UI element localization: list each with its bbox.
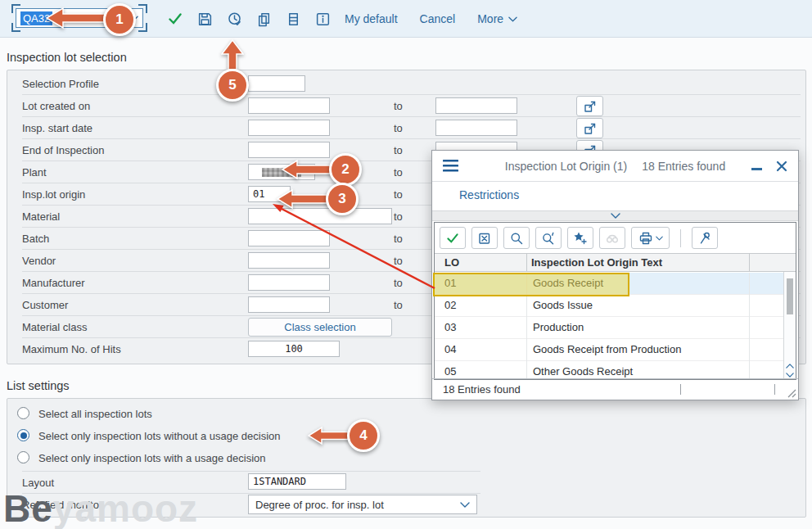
dialog-title: Inspection Lot Origin (1) xyxy=(505,160,627,173)
lot-created-on-input[interactable] xyxy=(248,97,330,114)
chevron-down-icon xyxy=(611,213,620,219)
field-label: Material xyxy=(22,210,60,223)
cancel-button[interactable]: Cancel xyxy=(420,12,456,25)
dialog-title-bar[interactable]: Inspection Lot Origin (1) 18 Entries fou… xyxy=(432,151,798,182)
collapse-bar[interactable] xyxy=(432,210,798,221)
find-icon-button[interactable] xyxy=(503,227,530,249)
step3-arrow-left xyxy=(277,188,329,210)
lot-created-on-to-input[interactable] xyxy=(435,97,517,114)
multiselect-icon xyxy=(583,99,598,114)
radio-row-with-usage-decision: Select only inspection lots with a usage… xyxy=(7,449,805,470)
value-help-table-container: LO Inspection Lot Origin Text 01 Goods R… xyxy=(434,222,796,380)
watermark-bold-part: Be xyxy=(3,487,53,529)
field-label: Customer xyxy=(22,299,68,311)
dialog-status-bar: 18 Entries found xyxy=(432,378,798,400)
field-label: Insp.lot origin xyxy=(22,188,85,201)
step1-arrow-left xyxy=(46,7,108,29)
insp-start-date-input[interactable] xyxy=(248,120,330,136)
step4-badge: 4 xyxy=(347,419,380,452)
field-label: Lot created on xyxy=(22,100,90,112)
step5-arrow-up xyxy=(221,39,244,70)
field-label: Selection Profile xyxy=(22,78,99,90)
multiple-selection-button[interactable] xyxy=(576,96,603,116)
radio-row-select-all: Select all inspection lots xyxy=(7,405,805,426)
end-of-inspection-input[interactable] xyxy=(248,142,330,158)
column-header-lo[interactable]: LO xyxy=(444,256,459,269)
find-next-icon-button[interactable] xyxy=(535,227,562,249)
step4-arrow-left xyxy=(308,425,352,446)
vertical-scrollbar[interactable] xyxy=(783,272,796,379)
more-menu-button[interactable]: More xyxy=(477,12,517,25)
to-label: to xyxy=(394,299,403,311)
column-separator xyxy=(749,273,750,379)
step3-badge: 3 xyxy=(326,183,359,215)
class-selection-button[interactable]: Class selection xyxy=(248,318,392,337)
field-label: Manufacturer xyxy=(22,277,85,289)
entries-found-status: 18 Entries found xyxy=(443,383,521,396)
toolbar-divider xyxy=(680,229,681,247)
customer-input[interactable] xyxy=(248,296,330,313)
field-label: Batch xyxy=(22,233,49,245)
hold-pin-button[interactable] xyxy=(692,227,718,249)
radio-label: Select only inspection lots without a us… xyxy=(38,430,281,442)
scrollbar-thumb[interactable] xyxy=(787,278,793,314)
table-row[interactable]: 04 Goods Receipt from Production xyxy=(435,339,783,361)
column-separator xyxy=(526,254,527,271)
field-label: Vendor xyxy=(22,255,56,267)
insp-start-date-to-input[interactable] xyxy=(435,120,517,136)
row-selection-profile: Selection Profile xyxy=(7,73,805,95)
ref-field-monitor-dropdown[interactable]: Degree of proc. for insp. lot xyxy=(248,495,477,514)
accept-check-button[interactable] xyxy=(440,227,466,249)
beyamooz-watermark: Beyamooz xyxy=(3,486,198,529)
radio-button-unselected[interactable] xyxy=(17,451,29,463)
red-arrow-annotation xyxy=(268,198,442,295)
scroll-up-icon[interactable] xyxy=(786,364,794,368)
step2-badge: 2 xyxy=(329,153,362,186)
minimize-icon[interactable] xyxy=(751,168,762,170)
add-favorite-icon-button[interactable] xyxy=(567,227,593,249)
dialog-entries-count: 18 Entries found xyxy=(642,160,725,173)
my-default-button[interactable]: My default xyxy=(345,12,398,25)
services-list-icon[interactable] xyxy=(278,11,308,27)
resize-grip-icon[interactable] xyxy=(786,387,796,398)
highlight-box-annotation xyxy=(433,273,629,296)
to-label: to xyxy=(394,122,403,134)
table-row[interactable]: 02 Goods Issue xyxy=(435,295,783,317)
table-row[interactable]: 05 Other Goods Receipt xyxy=(435,361,783,379)
inspection-lot-origin-dialog: Inspection Lot Origin (1) 18 Entries fou… xyxy=(431,150,799,400)
multiple-selection-button[interactable] xyxy=(576,118,603,138)
to-label: to xyxy=(394,144,403,156)
copy-icon[interactable] xyxy=(249,11,278,27)
radio-button-selected[interactable] xyxy=(17,429,29,441)
hamburger-menu-icon[interactable] xyxy=(443,160,458,172)
step1-badge: 1 xyxy=(103,3,136,36)
cell-origin-text: Production xyxy=(533,321,584,333)
selection-profile-input[interactable] xyxy=(248,75,305,92)
save-icon[interactable] xyxy=(190,11,219,27)
history-clock-icon[interactable] xyxy=(219,11,249,27)
close-icon[interactable] xyxy=(776,161,787,172)
layout-input[interactable]: 1STANDARD xyxy=(248,473,346,490)
table-row[interactable]: 03 Production xyxy=(435,317,783,339)
restrictions-label[interactable]: Restrictions xyxy=(459,188,519,201)
section-title-inspection-lot-selection: Inspection lot selection xyxy=(7,51,127,64)
multiselect-icon xyxy=(583,121,598,136)
cell-lo: 02 xyxy=(444,299,456,311)
scroll-down-icon[interactable] xyxy=(786,373,794,378)
cell-origin-text: Goods Issue xyxy=(533,299,593,311)
field-label: Material class xyxy=(22,321,87,333)
column-header-origin-text[interactable]: Inspection Lot Origin Text xyxy=(531,256,662,269)
section-title-list-settings: List settings xyxy=(7,379,70,392)
radio-row-without-usage-decision: Select only inspection lots without a us… xyxy=(7,427,805,448)
enter-check-icon[interactable] xyxy=(160,13,190,25)
to-label: to xyxy=(394,166,403,179)
dropdown-selected-value: Degree of proc. for insp. lot xyxy=(255,499,384,511)
field-label: Maximum No. of Hits xyxy=(22,343,121,355)
close-boxed-button[interactable] xyxy=(471,227,498,249)
print-button[interactable] xyxy=(631,227,670,249)
maximum-hits-input[interactable]: 100 xyxy=(248,341,340,357)
watermark-light-part: yamooz xyxy=(53,487,198,529)
radio-button-unselected[interactable] xyxy=(17,407,29,419)
information-icon[interactable] xyxy=(308,11,337,27)
print-preview-icon-button-disabled xyxy=(599,227,625,249)
